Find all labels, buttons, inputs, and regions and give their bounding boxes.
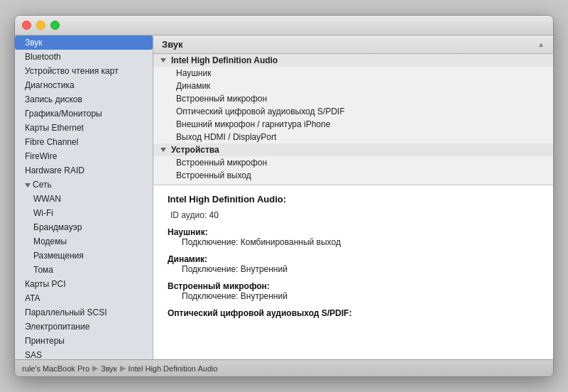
sidebar-item-grafika[interactable]: Графика/Мониторы xyxy=(15,107,153,121)
sidebar-item-label: Сеть xyxy=(33,180,52,190)
sidebar-item-label: Электропитание xyxy=(25,322,89,332)
close-button[interactable] xyxy=(22,21,31,30)
sidebar-item-label: Карты PCI xyxy=(25,279,66,289)
sidebar-item-karty_pci[interactable]: Карты PCI xyxy=(15,277,153,291)
id-audio-row: ID аудио: 40 xyxy=(168,210,539,220)
tree-group-label: Intel High Definition Audio xyxy=(171,55,278,65)
main-title: Звук xyxy=(162,39,183,50)
main-header: Звук ▲ xyxy=(153,36,553,54)
scroll-indicator: ▲ xyxy=(537,40,545,48)
sidebar-item-label: Диагностика xyxy=(25,80,75,90)
tree-item-opticheskiy[interactable]: Оптический цифровой аудиовыход S/PDIF xyxy=(153,105,553,118)
sidebar-item-sas[interactable]: SAS xyxy=(15,348,153,359)
sidebar-item-firewire[interactable]: FireWire xyxy=(15,149,153,163)
sidebar-item-set[interactable]: Сеть xyxy=(15,178,153,192)
tree-item-vstroennyy_vykhod[interactable]: Встроенный выход xyxy=(153,169,553,182)
sidebar-item-brandmauer[interactable]: Брандмауэр xyxy=(15,220,153,234)
main-panel: Звук ▲ Intel High Definition AudioНаушни… xyxy=(153,36,553,359)
tree-item-vstroennyy_mikrofon[interactable]: Встроенный микрофон xyxy=(153,92,553,105)
tree-item-dinamik[interactable]: Динамик xyxy=(153,80,553,92)
sidebar-item-label: Карты Ethernet xyxy=(25,123,84,133)
sidebar-item-label: Графика/Мониторы xyxy=(25,109,102,119)
sidebar-item-ustrojstvo[interactable]: Устройство чтения карт xyxy=(15,64,153,78)
sidebar-item-label: Тома xyxy=(33,265,53,275)
triangle-icon xyxy=(160,58,166,62)
status-breadcrumb: rule's MacBook Pro xyxy=(22,364,89,373)
title-bar xyxy=(15,16,553,36)
triangle-icon xyxy=(160,148,166,152)
sidebar-item-fibre[interactable]: Fibre Channel xyxy=(15,135,153,149)
tree-item-naushnik[interactable]: Наушник xyxy=(153,67,553,80)
status-arrow-icon: ▶ xyxy=(92,364,98,373)
status-breadcrumb: Intel High Definition Audio xyxy=(129,364,218,373)
sidebar-item-zapis[interactable]: Запись дисков xyxy=(15,92,153,107)
status-breadcrumb: Звук xyxy=(101,364,117,373)
sidebar-item-label: Запись дисков xyxy=(25,94,82,104)
detail-section-row: Подключение: Внутренний xyxy=(168,264,539,274)
detail-section: Динамик:Подключение: Внутренний xyxy=(168,254,539,274)
sidebar-item-label: ATA xyxy=(25,293,40,303)
sidebar-item-karty[interactable]: Карты Ethernet xyxy=(15,121,153,135)
detail-panel: Intel High Definition Audio: ID аудио: 4… xyxy=(153,185,553,359)
sidebar-item-zvuk[interactable]: Звук xyxy=(15,36,153,50)
tree-item-vneshniy[interactable]: Внешний микрофон / гарнитура iPhone xyxy=(153,118,553,131)
sidebar-item-elektropitanie[interactable]: Электропитание xyxy=(15,320,153,334)
detail-sections: Наушник:Подключение: Комбинированный вых… xyxy=(168,227,539,318)
minimize-button[interactable] xyxy=(36,21,45,30)
status-bar: rule's MacBook Pro▶Звук▶Intel High Defin… xyxy=(15,359,553,376)
sidebar-item-label: SAS xyxy=(25,350,42,359)
detail-section-title: Наушник: xyxy=(168,227,539,237)
sidebar-item-label: FireWire xyxy=(25,151,57,161)
sidebar-item-wwan[interactable]: WWAN xyxy=(15,192,153,206)
sidebar-item-toma[interactable]: Тома xyxy=(15,263,153,277)
sidebar-item-label: Устройство чтения карт xyxy=(25,66,119,76)
sidebar-item-label: Wi-Fi xyxy=(33,208,53,218)
triangle-icon xyxy=(25,183,31,187)
detail-section-row: Подключение: Комбинированный выход xyxy=(168,237,539,247)
detail-section-title: Встроенный микрофон: xyxy=(168,281,539,291)
sidebar-item-label: WWAN xyxy=(33,194,61,204)
sidebar-item-label: Брандмауэр xyxy=(33,222,82,232)
detail-section-title: Оптический цифровой аудиовыход S/PDIF: xyxy=(168,308,539,318)
tree-group-intel_hda[interactable]: Intel High Definition Audio xyxy=(153,54,553,67)
sidebar-item-label: Параллельный SCSI xyxy=(25,307,106,317)
tree-item-vstroennyy_mikrofon2[interactable]: Встроенный микрофон xyxy=(153,156,553,169)
id-audio-value: 40 xyxy=(209,210,219,220)
sidebar-item-parallelniy[interactable]: Параллельный SCSI xyxy=(15,305,153,320)
detail-title: Intel High Definition Audio: xyxy=(168,194,539,205)
sidebar-item-printery[interactable]: Принтеры xyxy=(15,334,153,348)
sidebar-item-label: Размещения xyxy=(33,251,84,261)
sidebar-item-bluetooth[interactable]: Bluetooth xyxy=(15,50,153,64)
sidebar-item-label: Bluetooth xyxy=(25,52,61,62)
tree-panel: Intel High Definition AudioНаушникДинами… xyxy=(153,54,553,185)
main-window: ЗвукBluetoothУстройство чтения картДиагн… xyxy=(14,15,554,377)
sidebar-item-wifi[interactable]: Wi-Fi xyxy=(15,206,153,220)
sidebar-item-razmeshenia[interactable]: Размещения xyxy=(15,249,153,263)
id-audio-label: ID аудио: xyxy=(170,210,207,220)
content-area: ЗвукBluetoothУстройство чтения картДиагн… xyxy=(15,36,553,359)
tree-group-ustrojstva[interactable]: Устройства xyxy=(153,143,553,156)
sidebar-item-label: Звук xyxy=(25,38,43,48)
status-arrow-icon: ▶ xyxy=(120,364,126,373)
maximize-button[interactable] xyxy=(50,21,60,30)
sidebar: ЗвукBluetoothУстройство чтения картДиагн… xyxy=(15,36,153,359)
detail-section-row: Подключение: Внутренний xyxy=(168,291,539,301)
detail-section: Оптический цифровой аудиовыход S/PDIF: xyxy=(168,308,539,318)
detail-section: Встроенный микрофон:Подключение: Внутрен… xyxy=(168,281,539,301)
sidebar-item-diagnostika[interactable]: Диагностика xyxy=(15,78,153,92)
detail-section-title: Динамик: xyxy=(168,254,539,264)
sidebar-item-label: Fibre Channel xyxy=(25,137,78,147)
sidebar-item-label: Принтеры xyxy=(25,336,65,346)
tree-item-vykhod_hdmi[interactable]: Выход HDMI / DisplayPort xyxy=(153,131,553,143)
sidebar-item-hardware_raid[interactable]: Hardware RAID xyxy=(15,163,153,178)
sidebar-item-ata[interactable]: ATA xyxy=(15,291,153,305)
detail-section: Наушник:Подключение: Комбинированный вых… xyxy=(168,227,539,247)
tree-group-label: Устройства xyxy=(171,145,219,155)
sidebar-item-modemy[interactable]: Модемы xyxy=(15,234,153,249)
sidebar-item-label: Hardware RAID xyxy=(25,165,84,175)
sidebar-item-label: Модемы xyxy=(33,236,67,246)
